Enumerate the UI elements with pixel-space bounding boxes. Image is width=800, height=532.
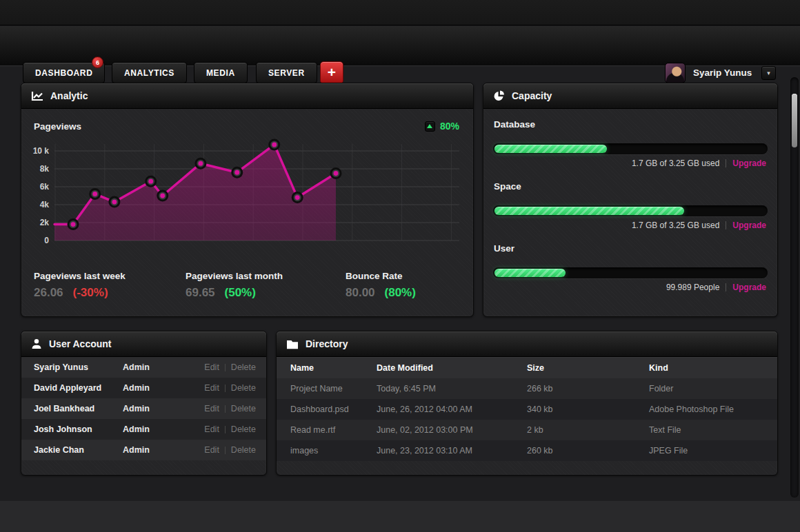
directory-column-headers: Name Date Modified Size Kind	[277, 357, 777, 378]
analytic-panel: Analytic Pageviews 80% 10 k8k6k4k2k0 Pag…	[21, 83, 474, 317]
caption-divider	[726, 159, 726, 167]
stat-pageviews-last-month: Pageviews last month 69.65 (50%)	[186, 271, 283, 300]
space-progress-fill	[494, 207, 684, 215]
table-row: Jackie Chan Admin Edit Delete	[21, 440, 266, 460]
table-row: Joel Bankhead Admin Edit Delete	[21, 398, 266, 419]
action-divider	[225, 385, 226, 392]
delete-link[interactable]: Delete	[231, 445, 256, 455]
folder-icon	[286, 339, 299, 349]
action-divider	[225, 364, 226, 371]
user-name: Syarip Yunus	[21, 362, 123, 372]
user-name: Jackie Chan	[21, 445, 123, 455]
edit-link[interactable]: Edit	[204, 404, 219, 413]
action-divider	[225, 426, 226, 433]
action-divider	[225, 447, 226, 454]
trend-indicator: 80%	[425, 121, 459, 132]
file-kind: JPEG File	[649, 446, 777, 456]
upgrade-link[interactable]: Upgrade	[732, 221, 766, 230]
stat-percent: (-30%)	[73, 286, 108, 300]
table-row[interactable]: Dashboard.psd June, 26, 2012 04:00 AM 34…	[277, 399, 777, 420]
delete-link[interactable]: Delete	[231, 383, 256, 393]
capacity-panel: Capacity Database 1.7 GB of 3.25 GB used…	[483, 83, 778, 317]
edit-link[interactable]: Edit	[204, 362, 219, 372]
stat-pageviews-last-week: Pageviews last week 26.06 (-30%)	[34, 271, 126, 300]
panel-title: User Account	[49, 338, 112, 349]
table-row: Josh Johnson Admin Edit Delete	[21, 419, 266, 440]
user-name: Josh Johnson	[21, 424, 123, 434]
file-name: Read me.rtf	[277, 425, 377, 435]
table-row[interactable]: images June, 23, 2012 03:10 AM 260 kb JP…	[277, 440, 777, 461]
svg-text:4k: 4k	[40, 200, 50, 209]
user-role: Admin	[123, 383, 185, 393]
database-caption: 1.7 GB of 3.25 GB used Upgrade	[632, 158, 766, 168]
directory-table: Project Name Today, 6:45 PM 266 kb Folde…	[277, 378, 777, 461]
upgrade-link[interactable]: Upgrade	[732, 158, 766, 168]
chevron-down-icon: ▾	[767, 70, 770, 76]
file-size: 340 kb	[527, 405, 649, 414]
meter-label-user: User	[494, 243, 514, 254]
delete-link[interactable]: Delete	[231, 424, 256, 434]
pageviews-chart: 10 k8k6k4k2k0	[28, 136, 468, 261]
table-row[interactable]: Project Name Today, 6:45 PM 266 kb Folde…	[277, 378, 777, 399]
edit-link[interactable]: Edit	[204, 383, 219, 393]
file-size: 260 kb	[527, 446, 649, 456]
tab-media[interactable]: MEDIA	[194, 62, 248, 83]
window-top-strip	[0, 0, 800, 25]
user-account-panel-header: User Account	[21, 331, 266, 357]
action-divider	[225, 405, 226, 413]
user-caption: 99.989 People Upgrade	[666, 283, 766, 292]
dashboard-notification-badge: 6	[92, 57, 103, 68]
table-row: David Appleyard Admin Edit Delete	[21, 378, 266, 398]
table-row: Syarip Yunus Admin Edit Delete	[21, 357, 266, 378]
meter-label-database: Database	[494, 119, 535, 130]
user-progressbar	[493, 267, 768, 278]
file-kind: Text File	[649, 425, 777, 435]
upgrade-link[interactable]: Upgrade	[732, 283, 766, 292]
user-role: Admin	[123, 445, 185, 455]
caption-divider	[726, 283, 726, 291]
user-menu-dropdown-button[interactable]: ▾	[761, 66, 776, 80]
capacity-panel-header: Capacity	[483, 83, 777, 109]
stat-percent: (80%)	[385, 286, 416, 300]
column-header-date-modified: Date Modified	[377, 363, 527, 373]
stat-label: Pageviews last week	[34, 271, 126, 281]
tab-analytics[interactable]: ANALYTICS	[112, 62, 187, 83]
file-name: images	[277, 446, 377, 456]
edit-link[interactable]: Edit	[204, 445, 219, 455]
add-tab-button[interactable]: +	[320, 61, 343, 84]
pageviews-label: Pageviews	[34, 121, 81, 132]
database-progress-fill	[494, 145, 607, 153]
scrollbar-track[interactable]	[790, 77, 799, 498]
database-progressbar	[493, 143, 768, 154]
directory-panel: Directory Name Date Modified Size Kind P…	[276, 331, 778, 475]
user-role: Admin	[123, 424, 185, 434]
svg-text:8k: 8k	[40, 164, 50, 174]
file-kind: Adobe Photoshop File	[649, 405, 777, 414]
directory-panel-header: Directory	[277, 331, 777, 357]
user-name: Joel Bankhead	[21, 404, 123, 413]
user-account-table: Syarip Yunus Admin Edit Delete David App…	[21, 357, 266, 460]
stat-value: 69.65	[186, 286, 215, 300]
pageviews-header-row: Pageviews 80%	[34, 121, 459, 132]
scrollbar-thumb[interactable]	[792, 94, 797, 147]
delete-link[interactable]: Delete	[231, 404, 256, 413]
svg-text:0: 0	[44, 236, 49, 245]
edit-link[interactable]: Edit	[204, 424, 219, 434]
main-navbar: DASHBOARD 6 ANALYTICS MEDIA SERVER + Sya…	[0, 26, 800, 66]
stat-bounce-rate: Bounce Rate 80.00 (80%)	[346, 271, 416, 300]
delete-link[interactable]: Delete	[231, 362, 256, 372]
trend-value: 80%	[440, 121, 459, 132]
caption-divider	[726, 221, 726, 229]
avatar	[665, 63, 686, 83]
file-name: Dashboard.psd	[277, 405, 377, 414]
stat-label: Pageviews last month	[186, 271, 283, 281]
stat-value: 26.06	[34, 286, 63, 300]
trend-up-icon	[425, 121, 435, 132]
usage-text: 1.7 GB of 3.25 GB used	[632, 158, 719, 168]
analytic-panel-header: Analytic	[21, 83, 473, 109]
file-name: Project Name	[277, 384, 377, 393]
file-size: 2 kb	[527, 425, 649, 435]
tab-server[interactable]: SERVER	[256, 62, 317, 83]
table-row[interactable]: Read me.rtf June, 02, 2012 03:00 PM 2 kb…	[277, 420, 777, 440]
user-progress-fill	[494, 269, 566, 277]
